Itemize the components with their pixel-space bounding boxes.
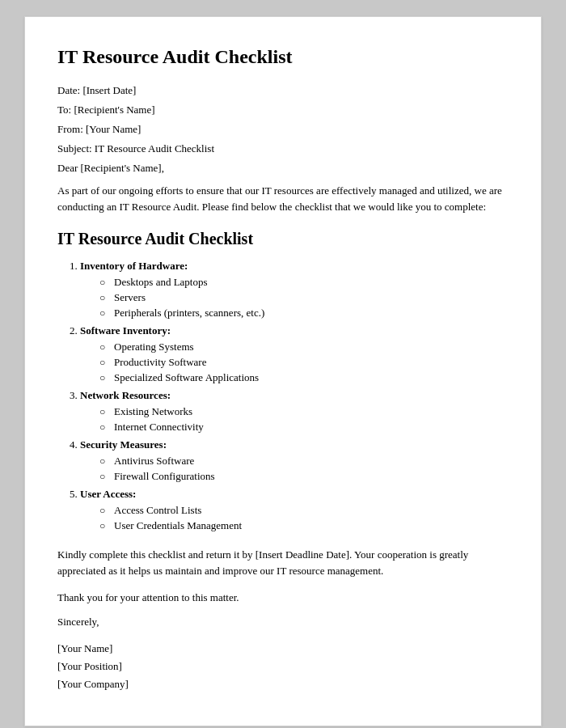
list-item: Firewall Configurations	[99, 470, 509, 483]
checklist-section-item: User Access:Access Control ListsUser Cre…	[80, 488, 509, 532]
list-item: Peripherals (printers, scanners, etc.)	[99, 307, 509, 320]
thank-you-text: Thank you for your attention to this mat…	[57, 591, 509, 604]
list-item: Internet Connectivity	[99, 421, 509, 434]
signature-position: [Your Position]	[57, 658, 509, 675]
checklist-section-label: Security Measures:	[80, 438, 167, 451]
from-line: From: [Your Name]	[57, 123, 509, 136]
checklist-section-item: Inventory of Hardware:Desktops and Lapto…	[80, 260, 509, 320]
checklist-section-label: Software Inventory:	[80, 324, 171, 336]
intro-paragraph: As part of our ongoing efforts to ensure…	[57, 183, 509, 215]
list-item: Access Control Lists	[99, 504, 509, 517]
sincerely-text: Sincerely,	[57, 616, 509, 629]
checklist-inner-list: Desktops and LaptopsServersPeripherals (…	[80, 276, 509, 320]
subject-line: Subject: IT Resource Audit Checklist	[57, 142, 509, 155]
list-item: Existing Networks	[99, 405, 509, 418]
checklist-section-title: IT Resource Audit Checklist	[57, 230, 509, 248]
checklist-section-item: Software Inventory:Operating SystemsProd…	[80, 324, 509, 384]
document-title: IT Resource Audit Checklist	[57, 46, 509, 68]
list-item: Antivirus Software	[99, 455, 509, 468]
closing-paragraph: Kindly complete this checklist and retur…	[57, 547, 509, 579]
list-item: Servers	[99, 291, 509, 304]
checklist-section-label: User Access:	[80, 488, 136, 500]
checklist-inner-list: Access Control ListsUser Credentials Man…	[80, 504, 509, 532]
list-item: Specialized Software Applications	[99, 371, 509, 384]
list-item: User Credentials Management	[99, 519, 509, 532]
checklist-section-label: Inventory of Hardware:	[80, 260, 188, 272]
greeting-text: Dear [Recipient's Name],	[57, 162, 509, 175]
checklist-inner-list: Antivirus SoftwareFirewall Configuration…	[80, 455, 509, 483]
document-container: IT Resource Audit Checklist Date: [Inser…	[24, 16, 542, 726]
checklist-section-item: Network Resources:Existing NetworksInter…	[80, 389, 509, 434]
checklist-section-item: Security Measures:Antivirus SoftwareFire…	[80, 438, 509, 483]
checklist-list: Inventory of Hardware:Desktops and Lapto…	[57, 260, 509, 532]
signature-name: [Your Name]	[57, 640, 509, 658]
checklist-inner-list: Existing NetworksInternet Connectivity	[80, 405, 509, 434]
checklist-inner-list: Operating SystemsProductivity SoftwareSp…	[80, 341, 509, 384]
signature-block: [Your Name] [Your Position] [Your Compan…	[57, 640, 509, 693]
list-item: Desktops and Laptops	[99, 276, 509, 289]
list-item: Productivity Software	[99, 356, 509, 369]
signature-company: [Your Company]	[57, 675, 509, 693]
checklist-section-label: Network Resources:	[80, 389, 171, 401]
list-item: Operating Systems	[99, 341, 509, 353]
to-line: To: [Recipient's Name]	[57, 104, 509, 116]
date-line: Date: [Insert Date]	[57, 84, 509, 97]
